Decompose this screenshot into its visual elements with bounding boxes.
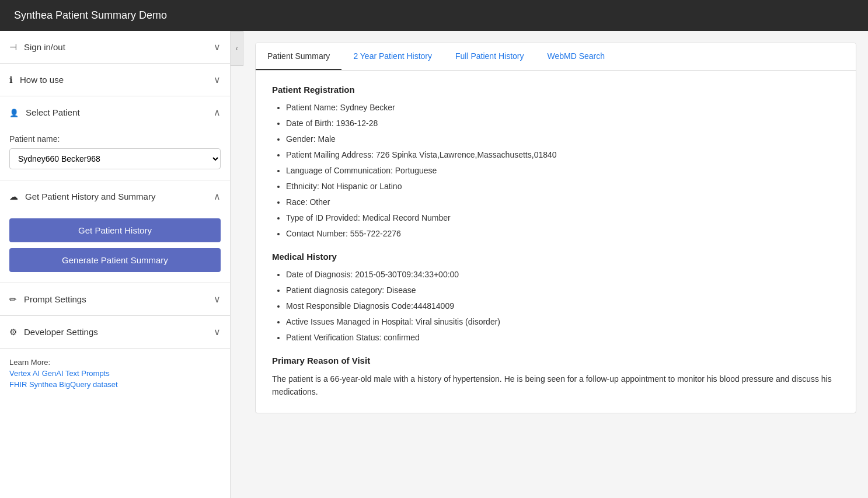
gear-icon — [9, 327, 19, 337]
list-item: Language of Communication: Portuguese — [286, 165, 839, 177]
medical-history-list: Date of Diagnosis: 2015-05-30T09:34:33+0… — [272, 269, 839, 344]
section-select-patient-body: Patient name: Sydney660 Becker968 — [0, 128, 230, 180]
section-prompt-settings: Prompt Settings ∨ — [0, 283, 230, 316]
patient-registration-title: Patient Registration — [272, 85, 839, 95]
list-item: Gender: Male — [286, 133, 839, 145]
list-item: Patient Mailing Address: 726 Spinka Vist… — [286, 149, 839, 161]
sidebar-collapse-button[interactable]: ‹ — [231, 31, 243, 66]
user-icon — [9, 107, 21, 117]
list-item: Patient diagnosis category: Disease — [286, 284, 839, 297]
section-prompt-settings-title: Prompt Settings — [9, 294, 86, 305]
list-item: Date of Birth: 1936-12-28 — [286, 117, 839, 130]
list-item: Contact Number: 555-722-2276 — [286, 228, 839, 240]
list-item: Active Issues Managed in Hospital: Viral… — [286, 316, 839, 328]
section-how-to-use-chevron: ∨ — [214, 74, 221, 85]
patient-select[interactable]: Sydney660 Becker968 — [9, 148, 221, 169]
pencil-icon — [9, 294, 19, 305]
section-developer-settings-header[interactable]: Developer Settings ∨ — [0, 316, 230, 348]
tab-webmd-search[interactable]: WebMD Search — [536, 43, 617, 70]
list-item: Ethnicity: Not Hispanic or Latino — [286, 180, 839, 193]
list-item: Most Responsible Diagnosis Code:44481400… — [286, 300, 839, 312]
signin-icon — [9, 42, 19, 53]
app-title: Synthea Patient Summary Demo — [14, 9, 167, 21]
list-item: Type of ID Provided: Medical Record Numb… — [286, 212, 839, 224]
section-sign-in: Sign in/out ∨ — [0, 31, 230, 64]
upload-icon — [9, 191, 20, 202]
patient-name-label: Patient name: — [9, 134, 221, 144]
primary-reason-title: Primary Reason of Visit — [272, 356, 839, 365]
primary-reason-text: The patient is a 66-year-old male with a… — [272, 372, 839, 399]
section-select-patient-header[interactable]: Select Patient ∧ — [0, 96, 230, 128]
list-item: Patient Verification Status: confirmed — [286, 332, 839, 344]
app-header: Synthea Patient Summary Demo — [0, 0, 868, 31]
tab-patient-summary[interactable]: Patient Summary — [256, 43, 341, 70]
section-select-patient-title: Select Patient — [9, 107, 80, 117]
tab-full-history[interactable]: Full Patient History — [444, 43, 535, 70]
section-how-to-use-header[interactable]: How to use ∨ — [0, 64, 230, 96]
main-content: Patient Summary 2 Year Patient History F… — [243, 31, 868, 498]
content-card: Patient Summary 2 Year Patient History F… — [255, 43, 856, 413]
section-developer-settings-chevron: ∨ — [214, 326, 221, 337]
section-sign-in-header[interactable]: Sign in/out ∨ — [0, 31, 230, 63]
tab-2year-history[interactable]: 2 Year Patient History — [341, 43, 444, 70]
sidebar-footer: Learn More: Vertex AI GenAI Text Prompts… — [0, 349, 230, 398]
sidebar: Sign in/out ∨ How to use ∨ Select Patien… — [0, 31, 231, 498]
vertex-ai-link[interactable]: Vertex AI GenAI Text Prompts — [9, 369, 221, 378]
generate-patient-summary-button[interactable]: Generate Patient Summary — [9, 248, 221, 272]
section-get-history-chevron: ∧ — [214, 191, 221, 202]
section-how-to-use: How to use ∨ — [0, 64, 230, 96]
app-body: Sign in/out ∨ How to use ∨ Select Patien… — [0, 31, 868, 498]
section-developer-settings: Developer Settings ∨ — [0, 316, 230, 349]
section-get-history-header[interactable]: Get Patient History and Summary ∧ — [0, 180, 230, 213]
section-get-history-body: Get Patient History Generate Patient Sum… — [0, 213, 230, 283]
section-how-to-use-title: How to use — [9, 75, 64, 85]
list-item: Date of Diagnosis: 2015-05-30T09:34:33+0… — [286, 269, 839, 281]
section-select-patient-chevron: ∧ — [214, 107, 221, 118]
get-patient-history-button[interactable]: Get Patient History — [9, 218, 221, 242]
section-prompt-settings-header[interactable]: Prompt Settings ∨ — [0, 283, 230, 315]
section-prompt-settings-chevron: ∨ — [214, 294, 221, 305]
info-icon — [9, 75, 15, 85]
content-body: Patient Registration Patient Name: Sydne… — [256, 71, 856, 413]
section-sign-in-chevron: ∨ — [214, 41, 221, 53]
list-item: Patient Name: Sydney Becker — [286, 102, 839, 114]
section-select-patient: Select Patient ∧ Patient name: Sydney660… — [0, 96, 230, 180]
section-get-history: Get Patient History and Summary ∧ Get Pa… — [0, 180, 230, 283]
collapse-icon: ‹ — [236, 44, 238, 53]
section-get-history-title: Get Patient History and Summary — [9, 191, 155, 202]
fhir-synthea-link[interactable]: FHIR Synthea BigQuery dataset — [9, 380, 221, 389]
section-sign-in-title: Sign in/out — [9, 42, 65, 53]
learn-more-label: Learn More: — [9, 358, 50, 367]
list-item: Race: Other — [286, 196, 839, 208]
section-developer-settings-title: Developer Settings — [9, 327, 98, 337]
patient-registration-list: Patient Name: Sydney Becker Date of Birt… — [272, 102, 839, 240]
tabs: Patient Summary 2 Year Patient History F… — [256, 43, 856, 71]
medical-history-title: Medical History — [272, 252, 839, 262]
